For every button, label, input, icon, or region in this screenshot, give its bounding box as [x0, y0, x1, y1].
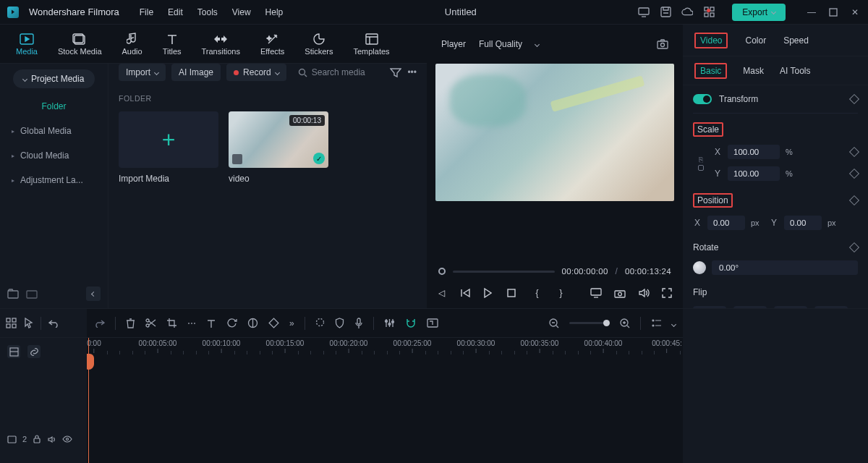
video-track-header[interactable]: 2: [0, 430, 87, 448]
import-media-tile[interactable]: +: [119, 111, 218, 168]
fullscreen-icon[interactable]: [662, 288, 674, 298]
sidebar-item-cloud-media[interactable]: ▸Cloud Media: [6, 143, 102, 168]
play-backward-button[interactable]: [459, 288, 472, 298]
color-icon[interactable]: [247, 318, 258, 328]
position-y-input[interactable]: 0.00: [784, 216, 822, 230]
zoom-in-icon[interactable]: [620, 318, 630, 328]
visibility-icon[interactable]: [62, 436, 72, 443]
rotate-knob[interactable]: [693, 261, 706, 274]
export-button[interactable]: Export: [732, 4, 786, 21]
inspector-tab-speed[interactable]: Speed: [783, 35, 809, 46]
subtab-ai-tools[interactable]: AI Tools: [780, 66, 810, 76]
undo-icon[interactable]: [48, 318, 59, 328]
mark-out-button[interactable]: }: [555, 288, 567, 298]
menu-tools[interactable]: Tools: [197, 7, 218, 17]
delete-icon[interactable]: [126, 318, 135, 328]
playhead[interactable]: [88, 338, 89, 463]
keyframe-tool-icon[interactable]: [268, 318, 279, 328]
zoom-out-icon[interactable]: [549, 318, 559, 328]
mute-icon[interactable]: [47, 436, 56, 443]
more-icon[interactable]: •••: [407, 67, 417, 77]
menu-help[interactable]: Help: [265, 7, 284, 17]
crop-icon[interactable]: [166, 318, 177, 328]
ai-image-button[interactable]: AI Image: [171, 64, 221, 81]
link-icon[interactable]: [27, 345, 41, 358]
tab-media[interactable]: Media: [9, 30, 45, 59]
ratio-icon[interactable]: [427, 318, 438, 328]
video-preview[interactable]: [435, 64, 674, 201]
quality-select[interactable]: Full Quality: [479, 39, 539, 49]
menu-file[interactable]: File: [140, 7, 153, 17]
tab-audio[interactable]: Audio: [115, 30, 150, 59]
timeline-ruler[interactable]: 0:0000:00:05:0000:00:10:0000:00:15:0000:…: [87, 338, 683, 360]
select-tool-icon[interactable]: [6, 318, 17, 328]
menu-edit[interactable]: Edit: [168, 7, 183, 17]
scale-x-keyframe[interactable]: [849, 147, 859, 157]
tab-titles[interactable]: Titles: [156, 30, 189, 59]
inspector-tab-color[interactable]: Color: [745, 35, 766, 46]
sidebar-item-adjustment-layers[interactable]: ▸Adjustment La...: [6, 168, 102, 192]
rotate-input[interactable]: 0.00°: [712, 260, 858, 275]
refresh-icon[interactable]: [226, 318, 237, 328]
view-options-icon[interactable]: [651, 318, 662, 328]
transform-toggle[interactable]: [693, 94, 712, 104]
speed-icon[interactable]: ⋯: [187, 318, 196, 328]
scale-y-keyframe[interactable]: [849, 169, 859, 179]
minimize-button[interactable]: —: [806, 7, 817, 18]
stop-button[interactable]: [507, 289, 519, 297]
scrub-handle[interactable]: [438, 268, 446, 275]
device-icon[interactable]: [638, 7, 650, 18]
zoom-slider[interactable]: [569, 322, 610, 324]
mic-icon[interactable]: [354, 318, 363, 329]
collapse-sidebar-button[interactable]: [86, 286, 101, 301]
tab-transitions[interactable]: Transitions: [195, 30, 247, 59]
tab-stock-media[interactable]: Stock Media: [51, 30, 109, 59]
timeline-layout-icon[interactable]: [7, 345, 20, 358]
marker-icon[interactable]: [315, 318, 325, 328]
snapshot-icon[interactable]: [657, 38, 668, 50]
redo-icon[interactable]: [94, 318, 105, 328]
mixer-icon[interactable]: [384, 318, 395, 328]
position-x-input[interactable]: 0.00: [707, 216, 745, 230]
cloud-icon[interactable]: [681, 7, 693, 18]
maximize-button[interactable]: [827, 7, 839, 18]
project-media-dropdown[interactable]: Project Media: [13, 69, 95, 88]
position-keyframe[interactable]: [849, 195, 859, 205]
search-input[interactable]: Search media: [292, 64, 385, 81]
tab-effects[interactable]: Effects: [253, 30, 292, 59]
import-dropdown[interactable]: Import: [119, 64, 166, 81]
shield-icon[interactable]: [335, 318, 344, 328]
folder-tab[interactable]: Folder: [0, 94, 108, 119]
play-button[interactable]: [483, 288, 495, 298]
link-xy-icon[interactable]: ⎘: [693, 156, 709, 171]
cursor-tool-icon[interactable]: [24, 318, 33, 328]
apps-icon[interactable]: [703, 7, 715, 18]
split-icon[interactable]: [145, 318, 156, 328]
scale-y-input[interactable]: 100.00: [728, 166, 780, 181]
record-dropdown[interactable]: Record: [226, 64, 286, 81]
display-settings-icon[interactable]: [590, 288, 603, 298]
camera-icon[interactable]: [614, 289, 626, 298]
tab-templates[interactable]: Templates: [346, 30, 396, 59]
rotate-keyframe[interactable]: [849, 242, 859, 252]
more-tools-icon[interactable]: »: [289, 318, 294, 328]
tab-stickers[interactable]: Stickers: [297, 30, 340, 59]
sidebar-item-global-media[interactable]: ▸Global Media: [6, 119, 102, 143]
media-clip-tile[interactable]: 00:00:13 ✓: [229, 111, 328, 168]
subtab-mask[interactable]: Mask: [743, 66, 764, 76]
prev-frame-button[interactable]: ◁: [435, 288, 448, 298]
timeline-settings-icon[interactable]: [672, 318, 676, 328]
timeline-tracks[interactable]: ▶video: [87, 360, 683, 365]
new-bin-icon[interactable]: [26, 289, 38, 299]
text-icon[interactable]: [206, 318, 216, 328]
menu-view[interactable]: View: [232, 7, 251, 17]
volume-icon[interactable]: [638, 288, 650, 298]
lock-icon[interactable]: [33, 435, 41, 443]
scale-x-input[interactable]: 100.00: [728, 145, 780, 159]
inspector-tab-video[interactable]: Video: [694, 33, 728, 48]
subtab-basic[interactable]: Basic: [694, 63, 727, 79]
magnet-icon[interactable]: [405, 318, 417, 328]
close-button[interactable]: ✕: [849, 7, 861, 18]
filter-icon[interactable]: [390, 67, 401, 77]
transform-keyframe[interactable]: [849, 94, 859, 104]
